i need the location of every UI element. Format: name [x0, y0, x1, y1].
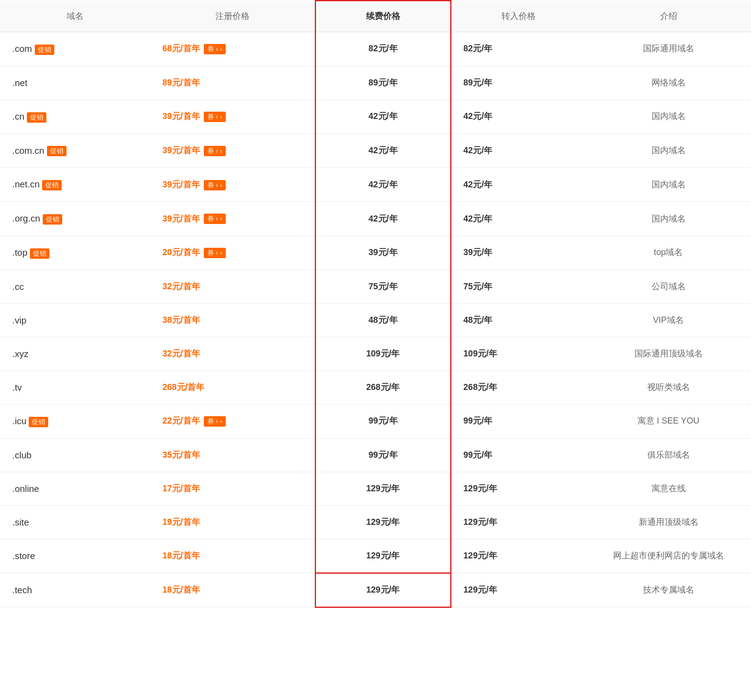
cell-renew-price: 129元/年 — [315, 505, 451, 539]
transfer-price-value: 129元/年 — [464, 550, 497, 560]
cell-description: 网上超市便利网店的专属域名 — [586, 539, 751, 573]
promo-badge: 促销 — [27, 112, 46, 123]
domain-name: .top — [12, 247, 27, 258]
domain-name: .com — [12, 43, 32, 54]
renew-price-value: 48元/年 — [368, 315, 397, 325]
transfer-price-value: 42元/年 — [464, 111, 492, 121]
cell-description: 视听类域名 — [586, 370, 751, 404]
transfer-price-value: 42元/年 — [464, 145, 492, 155]
cell-domain: .org.cn促销 — [0, 202, 150, 236]
cell-domain: .tv — [0, 370, 150, 404]
renew-price-value: 99元/年 — [368, 416, 397, 425]
cell-description: 网络域名 — [586, 66, 751, 99]
domain-name: .cc — [12, 281, 24, 292]
cell-transfer-price: 268元/年 — [451, 370, 586, 404]
cell-description: 公司域名 — [586, 270, 751, 303]
reg-price-value: 39元/首年 — [162, 179, 199, 189]
reg-price-value: 68元/首年 — [162, 43, 199, 53]
renew-price-value: 268元/年 — [366, 382, 400, 392]
reg-price-value: 268元/首年 — [162, 382, 204, 392]
header-renew-price: 续费价格 — [315, 1, 451, 32]
table-row: .xyz32元/首年109元/年109元/年国际通用顶级域名 — [0, 337, 751, 370]
reg-price-value: 39元/首年 — [162, 111, 199, 121]
table-row: .site19元/首年129元/年129元/年新通用顶级域名 — [0, 505, 751, 539]
cell-renew-price: 42元/年 — [315, 99, 451, 134]
cell-reg-price: 20元/首年券 › — [150, 236, 315, 270]
domain-name: .club — [12, 450, 32, 460]
reg-price-value: 32元/首年 — [162, 348, 199, 358]
transfer-price-value: 82元/年 — [464, 43, 492, 53]
cell-renew-price: 99元/年 — [315, 404, 451, 438]
domain-name: .net — [12, 78, 27, 88]
transfer-price-value: 129元/年 — [464, 585, 497, 594]
transfer-price-value: 109元/年 — [464, 348, 497, 358]
cell-reg-price: 38元/首年 — [150, 303, 315, 337]
renew-price-value: 99元/年 — [368, 450, 397, 460]
reg-price-value: 35元/首年 — [162, 450, 199, 460]
cell-reg-price: 39元/首年券 › — [150, 202, 315, 236]
table-row: .net.cn促销39元/首年券 ›42元/年42元/年国内域名 — [0, 168, 751, 202]
cell-domain: .site — [0, 505, 150, 539]
table-row: .tech18元/首年129元/年129元/年技术专属域名 — [0, 573, 751, 607]
coupon-badge[interactable]: 券 › — [204, 180, 226, 190]
cell-renew-price: 129元/年 — [315, 472, 451, 505]
reg-price-value: 32元/首年 — [162, 281, 199, 291]
table-header-row: 域名 注册价格 续费价格 转入价格 介绍 — [0, 1, 751, 32]
reg-price-value: 39元/首年 — [162, 145, 199, 155]
cell-transfer-price: 42元/年 — [451, 99, 586, 134]
coupon-badge[interactable]: 券 › — [204, 248, 226, 258]
coupon-badge[interactable]: 券 › — [204, 416, 226, 427]
cell-renew-price: 109元/年 — [315, 337, 451, 370]
cell-description: VIP域名 — [586, 303, 751, 337]
transfer-price-value: 75元/年 — [464, 281, 492, 291]
coupon-badge[interactable]: 券 › — [204, 146, 226, 156]
table-row: .com.cn促销39元/首年券 ›42元/年42元/年国内域名 — [0, 134, 751, 168]
coupon-badge[interactable]: 券 › — [204, 214, 226, 224]
cell-renew-price: 89元/年 — [315, 66, 451, 99]
cell-domain: .cc — [0, 270, 150, 303]
cell-renew-price: 48元/年 — [315, 303, 451, 337]
cell-description: 俱乐部域名 — [586, 438, 751, 472]
cell-domain: .store — [0, 539, 150, 573]
domain-name: .site — [12, 517, 29, 527]
transfer-price-value: 129元/年 — [464, 483, 497, 493]
cell-description: 国内域名 — [586, 134, 751, 168]
cell-domain: .com促销 — [0, 32, 150, 67]
cell-description: 国内域名 — [586, 99, 751, 134]
cell-domain: .net — [0, 66, 150, 99]
table-row: .icu促销22元/首年券 ›99元/年99元/年寓意 I SEE YOU — [0, 404, 751, 438]
renew-price-value: 109元/年 — [366, 348, 400, 358]
cell-reg-price: 268元/首年 — [150, 370, 315, 404]
table-row: .tv268元/首年268元/年268元/年视听类域名 — [0, 370, 751, 404]
cell-renew-price: 99元/年 — [315, 438, 451, 472]
header-reg-price: 注册价格 — [150, 1, 315, 32]
table-row: .cn促销39元/首年券 ›42元/年42元/年国内域名 — [0, 99, 751, 134]
renew-price-value: 129元/年 — [366, 483, 400, 493]
renew-price-value: 42元/年 — [368, 145, 397, 155]
renew-price-value: 129元/年 — [366, 517, 400, 527]
coupon-badge[interactable]: 券 › — [204, 44, 226, 54]
reg-price-value: 20元/首年 — [162, 247, 199, 257]
renew-price-value: 129元/年 — [366, 550, 400, 560]
reg-price-value: 38元/首年 — [162, 315, 199, 325]
cell-description: 国际通用域名 — [586, 32, 751, 67]
cell-reg-price: 35元/首年 — [150, 438, 315, 472]
coupon-badge[interactable]: 券 › — [204, 112, 226, 122]
transfer-price-value: 39元/年 — [464, 247, 492, 257]
cell-transfer-price: 99元/年 — [451, 404, 586, 438]
cell-transfer-price: 129元/年 — [451, 505, 586, 539]
domain-name: .cn — [12, 111, 24, 121]
cell-transfer-price: 42元/年 — [451, 168, 586, 202]
domain-name: .online — [12, 483, 39, 494]
cell-domain: .icu促销 — [0, 404, 150, 438]
promo-badge: 促销 — [47, 146, 66, 156]
cell-reg-price: 39元/首年券 › — [150, 99, 315, 134]
domain-name: .net.cn — [12, 179, 40, 189]
cell-transfer-price: 42元/年 — [451, 202, 586, 236]
domain-name: .xyz — [12, 348, 29, 359]
transfer-price-value: 129元/年 — [464, 517, 497, 527]
transfer-price-value: 48元/年 — [464, 315, 492, 325]
cell-reg-price: 18元/首年 — [150, 573, 315, 607]
promo-badge: 促销 — [30, 248, 49, 259]
domain-name: .vip — [12, 315, 26, 325]
